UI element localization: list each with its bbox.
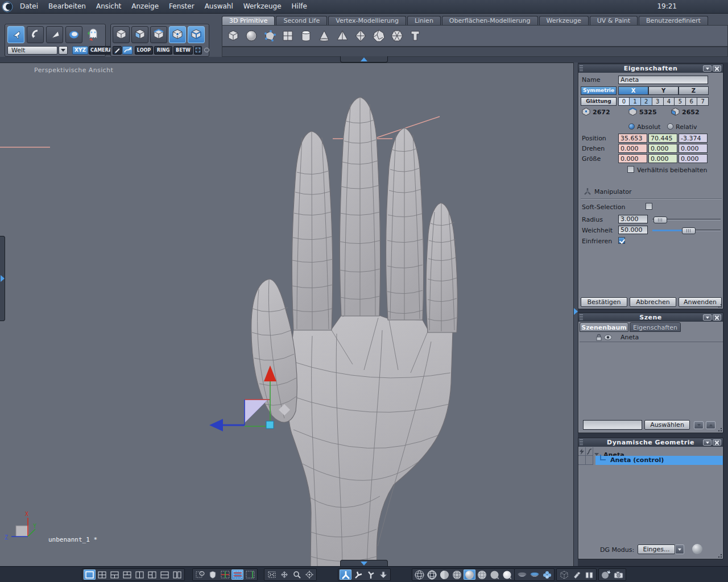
dg-column-smoothing[interactable] — [586, 447, 593, 456]
scale-tool-button[interactable] — [46, 26, 63, 43]
move-manipulator-button[interactable] — [352, 569, 364, 580]
render-camera-button[interactable] — [613, 569, 624, 580]
dense-wireframe-mode-button[interactable] — [426, 569, 438, 580]
scene-close-button[interactable] — [713, 314, 721, 321]
rotate-tool-button[interactable] — [27, 26, 44, 43]
render-sphere-button[interactable] — [600, 569, 612, 580]
tab-linien[interactable]: Linien — [407, 16, 441, 25]
size-y-input[interactable] — [648, 154, 677, 163]
position-x-input[interactable] — [618, 134, 647, 143]
sphere-primitive-button[interactable] — [243, 27, 260, 44]
smoothing-level-0[interactable]: 0 — [618, 97, 630, 106]
rotate-manipulator-button[interactable] — [365, 569, 377, 580]
symmetry-z-button[interactable]: Z — [679, 86, 709, 95]
radius-slider[interactable] — [652, 219, 721, 221]
menu-auswahl[interactable]: Auswahl — [200, 0, 238, 13]
resize-grip[interactable] — [718, 554, 722, 558]
layout-split-columns-button[interactable] — [171, 569, 183, 580]
panel-grip[interactable] — [580, 314, 583, 321]
tab-vertex-modellierung[interactable]: Vertex-Modellierung — [328, 16, 406, 25]
layout-left-split-button[interactable] — [146, 569, 158, 580]
book-pages-button[interactable] — [583, 569, 595, 580]
panel-grip[interactable] — [580, 65, 583, 72]
vertex-mode-button[interactable] — [169, 26, 186, 43]
text-primitive-button[interactable] — [407, 27, 424, 44]
top-collapse-handle[interactable] — [340, 56, 388, 63]
menu-fenster[interactable]: Fenster — [164, 0, 200, 13]
apply-button[interactable]: Anwenden — [679, 297, 722, 307]
xyz-mode-button[interactable]: XYZ — [72, 46, 88, 55]
marquee-select-button[interactable] — [194, 46, 202, 55]
menu-anzeige[interactable]: Anzeige — [126, 0, 164, 13]
symmetry-x-button[interactable]: X — [618, 86, 648, 95]
hand-model[interactable] — [251, 97, 458, 567]
grid-lasso-button[interactable] — [194, 569, 206, 580]
face-mode-button[interactable] — [131, 26, 148, 43]
tab-3d-primitive[interactable]: 3D Primitive — [222, 16, 275, 25]
world-space-select[interactable]: Welt — [7, 46, 57, 55]
tab-uv-paint[interactable]: UV & Paint — [590, 16, 638, 25]
menu-datei[interactable]: Datei — [15, 0, 43, 13]
radius-input[interactable] — [618, 215, 648, 223]
properties-menu-button[interactable] — [703, 65, 712, 72]
viewport-3d[interactable]: Perspektivische Ansicht — [0, 63, 573, 566]
panel-grip[interactable] — [580, 439, 583, 446]
torus-tool-button[interactable] — [65, 26, 82, 43]
paint-select-button[interactable] — [113, 46, 122, 55]
grid-snap-vertical-button[interactable] — [244, 569, 256, 580]
softness-slider[interactable] — [652, 230, 721, 231]
tab-werkzeuge[interactable]: Werkzeuge — [539, 16, 589, 25]
universal-manipulator-mode-button[interactable] — [340, 569, 351, 580]
pan-view-button[interactable] — [278, 569, 290, 580]
smooth-wire-mode-button[interactable] — [476, 569, 488, 580]
layout-two-rows-button[interactable] — [159, 569, 171, 580]
smoothing-level-1[interactable]: 1 — [630, 97, 641, 106]
eye-icon[interactable] — [604, 334, 612, 340]
zoom-view-button[interactable] — [291, 569, 303, 580]
tab-oberflaechen-modellierung[interactable]: Oberflächen-Modellierung — [442, 16, 538, 25]
cancel-action-button[interactable]: Abbrechen — [630, 297, 676, 307]
rotate-x-input[interactable] — [618, 144, 647, 153]
position-z-input[interactable] — [679, 134, 708, 143]
tab-second-life[interactable]: Second Life — [276, 16, 327, 25]
rotate-y-input[interactable] — [648, 144, 677, 153]
cube-primitive-button[interactable] — [225, 27, 242, 44]
cone-primitive-button[interactable] — [316, 27, 333, 44]
confirm-button[interactable]: Bestätigen — [581, 297, 627, 307]
cylinder-primitive-button[interactable] — [297, 27, 315, 44]
smoothing-level-5[interactable]: 5 — [675, 97, 686, 106]
position-y-input[interactable] — [648, 134, 677, 143]
menu-werkzeuge[interactable]: Werkzeuge — [238, 0, 287, 13]
z-axis-arrow[interactable] — [209, 419, 223, 431]
tab-szenenbaum[interactable]: Szenenbaum — [580, 322, 628, 332]
softness-input[interactable] — [618, 226, 648, 234]
focus-view-button[interactable] — [303, 569, 315, 580]
right-panel-divider[interactable] — [573, 63, 578, 566]
smoothing-level-7[interactable]: 7 — [697, 97, 709, 106]
pyramid-primitive-button[interactable] — [334, 27, 351, 44]
menu-bearbeiten[interactable]: Bearbeiten — [43, 0, 91, 13]
grid-snap-horizontal-button[interactable] — [231, 569, 243, 580]
bottom-collapse-handle[interactable] — [340, 560, 388, 566]
select-tool-button[interactable] — [7, 26, 24, 43]
smoothing-level-3[interactable]: 3 — [652, 97, 664, 106]
glow-mode-button[interactable] — [501, 569, 513, 580]
layout-top-wide-button[interactable] — [109, 569, 121, 580]
dg-mode-dropdown-button[interactable] — [675, 544, 684, 554]
scene-filter-input[interactable] — [583, 420, 642, 430]
grid-snap-xy-button[interactable] — [219, 569, 231, 580]
symmetry-toggle-button[interactable]: Symmetrie — [581, 86, 617, 95]
wireframe-mode-button[interactable] — [413, 569, 425, 580]
symmetry-y-button[interactable]: Y — [648, 86, 679, 95]
hemisphere-button[interactable] — [516, 569, 528, 580]
rotate-z-input[interactable] — [679, 144, 708, 153]
freeze-checkbox[interactable] — [618, 237, 625, 244]
dg-child-row-selected[interactable]: Aneta (control) — [595, 456, 723, 465]
polygon-primitive-button[interactable] — [261, 27, 278, 44]
layout-quad-button[interactable] — [96, 569, 108, 580]
cylinder-cut-button[interactable] — [570, 569, 582, 580]
dg-close-button[interactable] — [713, 439, 721, 446]
layout-two-columns-button[interactable] — [134, 569, 146, 580]
dg-sphere-button[interactable] — [692, 544, 702, 554]
softness-slider-handle[interactable] — [682, 227, 696, 234]
